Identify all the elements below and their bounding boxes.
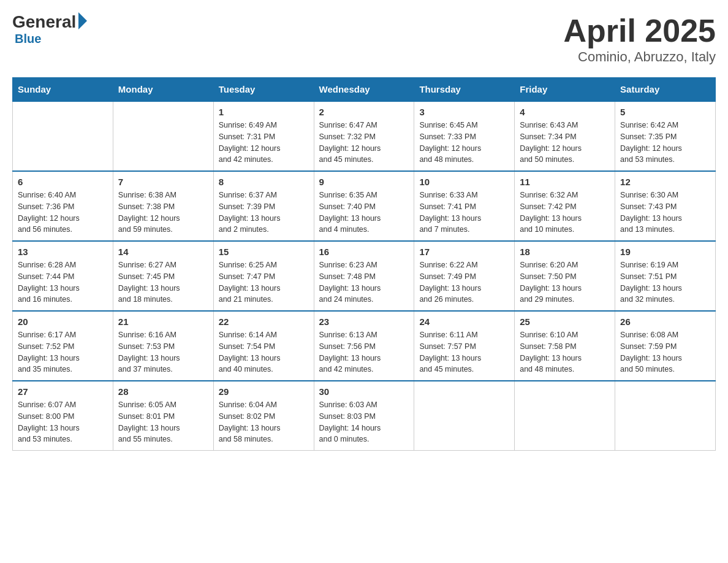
- calendar-cell: 6Sunrise: 6:40 AM Sunset: 7:36 PM Daylig…: [13, 171, 113, 241]
- day-number: 9: [319, 177, 409, 187]
- calendar-cell: 24Sunrise: 6:11 AM Sunset: 7:57 PM Dayli…: [414, 311, 515, 381]
- column-header-thursday: Thursday: [414, 78, 515, 102]
- calendar-cell: [13, 101, 113, 171]
- calendar-week-row: 20Sunrise: 6:17 AM Sunset: 7:52 PM Dayli…: [13, 311, 716, 381]
- day-number: 5: [620, 107, 710, 117]
- day-number: 6: [18, 177, 108, 187]
- day-number: 3: [419, 107, 509, 117]
- calendar-cell: 30Sunrise: 6:03 AM Sunset: 8:03 PM Dayli…: [314, 381, 414, 451]
- day-info: Sunrise: 6:43 AM Sunset: 7:34 PM Dayligh…: [520, 120, 610, 166]
- logo-arrow-icon: [78, 12, 87, 29]
- day-number: 30: [319, 386, 409, 397]
- day-number: 18: [520, 247, 610, 257]
- calendar-cell: 14Sunrise: 6:27 AM Sunset: 7:45 PM Dayli…: [113, 241, 213, 311]
- calendar-week-row: 6Sunrise: 6:40 AM Sunset: 7:36 PM Daylig…: [13, 171, 716, 241]
- day-number: 25: [520, 316, 610, 327]
- day-number: 1: [219, 107, 309, 117]
- calendar-cell: 19Sunrise: 6:19 AM Sunset: 7:51 PM Dayli…: [615, 241, 716, 311]
- day-info: Sunrise: 6:35 AM Sunset: 7:40 PM Dayligh…: [319, 190, 409, 236]
- column-header-monday: Monday: [113, 78, 213, 102]
- calendar-cell: 16Sunrise: 6:23 AM Sunset: 7:48 PM Dayli…: [314, 241, 414, 311]
- day-number: 26: [620, 316, 710, 327]
- day-info: Sunrise: 6:19 AM Sunset: 7:51 PM Dayligh…: [620, 259, 710, 305]
- day-number: 22: [219, 316, 309, 327]
- day-info: Sunrise: 6:45 AM Sunset: 7:33 PM Dayligh…: [419, 120, 509, 166]
- calendar-cell: 11Sunrise: 6:32 AM Sunset: 7:42 PM Dayli…: [515, 171, 615, 241]
- day-info: Sunrise: 6:40 AM Sunset: 7:36 PM Dayligh…: [18, 190, 108, 236]
- day-info: Sunrise: 6:07 AM Sunset: 8:00 PM Dayligh…: [18, 399, 108, 445]
- column-header-tuesday: Tuesday: [213, 78, 314, 102]
- calendar-cell: 17Sunrise: 6:22 AM Sunset: 7:49 PM Dayli…: [414, 241, 515, 311]
- day-number: 24: [419, 316, 509, 327]
- day-number: 10: [419, 177, 509, 187]
- calendar-week-row: 1Sunrise: 6:49 AM Sunset: 7:31 PM Daylig…: [13, 101, 716, 171]
- day-info: Sunrise: 6:28 AM Sunset: 7:44 PM Dayligh…: [18, 259, 108, 305]
- calendar-cell: 3Sunrise: 6:45 AM Sunset: 7:33 PM Daylig…: [414, 101, 515, 171]
- calendar-cell: [615, 381, 716, 451]
- day-number: 29: [219, 386, 309, 397]
- calendar-title: April 2025: [563, 12, 716, 49]
- day-number: 20: [18, 316, 108, 327]
- calendar-table: SundayMondayTuesdayWednesdayThursdayFrid…: [12, 77, 716, 451]
- day-number: 21: [118, 316, 208, 327]
- day-info: Sunrise: 6:08 AM Sunset: 7:59 PM Dayligh…: [620, 329, 710, 375]
- calendar-cell: 28Sunrise: 6:05 AM Sunset: 8:01 PM Dayli…: [113, 381, 213, 451]
- calendar-cell: 5Sunrise: 6:42 AM Sunset: 7:35 PM Daylig…: [615, 101, 716, 171]
- day-number: 2: [319, 107, 409, 117]
- day-info: Sunrise: 6:10 AM Sunset: 7:58 PM Dayligh…: [520, 329, 610, 375]
- calendar-cell: 4Sunrise: 6:43 AM Sunset: 7:34 PM Daylig…: [515, 101, 615, 171]
- day-info: Sunrise: 6:13 AM Sunset: 7:56 PM Dayligh…: [319, 329, 409, 375]
- day-info: Sunrise: 6:49 AM Sunset: 7:31 PM Dayligh…: [219, 120, 309, 166]
- day-info: Sunrise: 6:42 AM Sunset: 7:35 PM Dayligh…: [620, 120, 710, 166]
- day-info: Sunrise: 6:23 AM Sunset: 7:48 PM Dayligh…: [319, 259, 409, 305]
- calendar-subtitle: Cominio, Abruzzo, Italy: [563, 49, 716, 65]
- day-info: Sunrise: 6:25 AM Sunset: 7:47 PM Dayligh…: [219, 259, 309, 305]
- calendar-cell: 2Sunrise: 6:47 AM Sunset: 7:32 PM Daylig…: [314, 101, 414, 171]
- calendar-cell: 27Sunrise: 6:07 AM Sunset: 8:00 PM Dayli…: [13, 381, 113, 451]
- day-info: Sunrise: 6:37 AM Sunset: 7:39 PM Dayligh…: [219, 190, 309, 236]
- calendar-cell: 7Sunrise: 6:38 AM Sunset: 7:38 PM Daylig…: [113, 171, 213, 241]
- calendar-cell: 1Sunrise: 6:49 AM Sunset: 7:31 PM Daylig…: [213, 101, 314, 171]
- column-header-saturday: Saturday: [615, 78, 716, 102]
- day-info: Sunrise: 6:32 AM Sunset: 7:42 PM Dayligh…: [520, 190, 610, 236]
- day-number: 4: [520, 107, 610, 117]
- calendar-cell: [414, 381, 515, 451]
- column-header-sunday: Sunday: [13, 78, 113, 102]
- day-info: Sunrise: 6:27 AM Sunset: 7:45 PM Dayligh…: [118, 259, 208, 305]
- calendar-week-row: 13Sunrise: 6:28 AM Sunset: 7:44 PM Dayli…: [13, 241, 716, 311]
- page-header: General Blue April 2025 Cominio, Abruzzo…: [12, 12, 716, 65]
- logo-blue-text: Blue: [15, 32, 41, 46]
- calendar-cell: 21Sunrise: 6:16 AM Sunset: 7:53 PM Dayli…: [113, 311, 213, 381]
- day-number: 19: [620, 247, 710, 257]
- day-number: 27: [18, 386, 108, 397]
- calendar-cell: 18Sunrise: 6:20 AM Sunset: 7:50 PM Dayli…: [515, 241, 615, 311]
- day-number: 17: [419, 247, 509, 257]
- day-number: 16: [319, 247, 409, 257]
- day-info: Sunrise: 6:38 AM Sunset: 7:38 PM Dayligh…: [118, 190, 208, 236]
- calendar-cell: 26Sunrise: 6:08 AM Sunset: 7:59 PM Dayli…: [615, 311, 716, 381]
- day-number: 12: [620, 177, 710, 187]
- calendar-cell: 15Sunrise: 6:25 AM Sunset: 7:47 PM Dayli…: [213, 241, 314, 311]
- calendar-cell: 8Sunrise: 6:37 AM Sunset: 7:39 PM Daylig…: [213, 171, 314, 241]
- day-info: Sunrise: 6:47 AM Sunset: 7:32 PM Dayligh…: [319, 120, 409, 166]
- day-info: Sunrise: 6:16 AM Sunset: 7:53 PM Dayligh…: [118, 329, 208, 375]
- column-header-wednesday: Wednesday: [314, 78, 414, 102]
- day-info: Sunrise: 6:14 AM Sunset: 7:54 PM Dayligh…: [219, 329, 309, 375]
- calendar-cell: 25Sunrise: 6:10 AM Sunset: 7:58 PM Dayli…: [515, 311, 615, 381]
- day-number: 14: [118, 247, 208, 257]
- title-section: April 2025 Cominio, Abruzzo, Italy: [563, 12, 716, 65]
- calendar-week-row: 27Sunrise: 6:07 AM Sunset: 8:00 PM Dayli…: [13, 381, 716, 451]
- day-info: Sunrise: 6:05 AM Sunset: 8:01 PM Dayligh…: [118, 399, 208, 445]
- calendar-cell: 29Sunrise: 6:04 AM Sunset: 8:02 PM Dayli…: [213, 381, 314, 451]
- day-info: Sunrise: 6:04 AM Sunset: 8:02 PM Dayligh…: [219, 399, 309, 445]
- day-number: 8: [219, 177, 309, 187]
- day-info: Sunrise: 6:03 AM Sunset: 8:03 PM Dayligh…: [319, 399, 409, 445]
- day-number: 15: [219, 247, 309, 257]
- column-header-friday: Friday: [515, 78, 615, 102]
- day-info: Sunrise: 6:30 AM Sunset: 7:43 PM Dayligh…: [620, 190, 710, 236]
- calendar-cell: 12Sunrise: 6:30 AM Sunset: 7:43 PM Dayli…: [615, 171, 716, 241]
- calendar-cell: 13Sunrise: 6:28 AM Sunset: 7:44 PM Dayli…: [13, 241, 113, 311]
- day-number: 23: [319, 316, 409, 327]
- day-number: 7: [118, 177, 208, 187]
- logo-general-text: General: [12, 12, 76, 32]
